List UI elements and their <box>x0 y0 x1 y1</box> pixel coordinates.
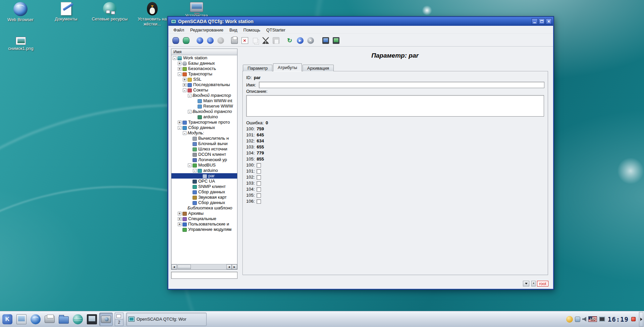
tree-item-opc-ua[interactable]: OPC UA <box>171 179 237 184</box>
tree-item-snmp[interactable]: SNMP клиент <box>171 184 237 189</box>
tree-filter-input[interactable] <box>171 272 237 279</box>
desktop-icon-documents[interactable]: Документы <box>47 2 85 21</box>
add-item-button[interactable] <box>230 36 239 45</box>
network-icon[interactable] <box>575 317 580 322</box>
tree-item-transports[interactable]: -Транспорты <box>171 71 237 77</box>
tree-item-gateway[interactable]: Шлюз источни <box>171 146 237 152</box>
tree-item-archives[interactable]: +Архивы <box>171 211 237 216</box>
status-combo-dropdown[interactable] <box>523 281 529 286</box>
tree-horizontal-scrollbar[interactable]: ◀ ◀ ▶ <box>171 264 237 269</box>
up-button[interactable] <box>195 36 204 45</box>
tree-item-block-calc[interactable]: Блочный вычи <box>171 141 237 146</box>
refresh-button[interactable] <box>285 36 294 45</box>
tree-item-daq[interactable]: -Сбор данных <box>171 125 237 130</box>
expand-toggle[interactable]: - <box>193 169 197 173</box>
scroll-right-icon[interactable]: ▶ <box>232 264 237 269</box>
web-browser-launcher[interactable] <box>29 313 42 326</box>
tree-item-par-selected[interactable]: par <box>171 173 237 179</box>
tree-item-serial[interactable]: +Последовательны <box>171 82 237 87</box>
tree-item-dcon[interactable]: DCON клиент <box>171 152 237 157</box>
tree-item-specials[interactable]: +Специальные <box>171 216 237 221</box>
attribute-checkbox[interactable] <box>257 163 261 168</box>
tree-item-output-transports[interactable]: -Выходной транспо <box>171 109 237 114</box>
expand-toggle[interactable]: + <box>183 78 186 81</box>
show-desktop-button[interactable] <box>15 313 28 326</box>
menu-help[interactable]: Помощь <box>240 26 263 34</box>
tree-item-ssl[interactable]: +SSL <box>171 77 237 82</box>
tree-item-module-group[interactable]: -Модуль: <box>171 130 237 136</box>
menu-edit[interactable]: Редактирование <box>187 26 226 34</box>
description-textarea[interactable] <box>246 95 544 117</box>
tree-item-sound-card[interactable]: Звуковая карт <box>171 195 237 200</box>
scrollbar-thumb[interactable] <box>177 265 191 269</box>
attribute-checkbox[interactable] <box>257 193 261 198</box>
vision-launch-button[interactable] <box>331 36 340 45</box>
attribute-checkbox[interactable] <box>257 175 261 180</box>
tree-item-daq-gateway-2[interactable]: Сбор данных <box>171 200 237 205</box>
expand-toggle[interactable]: - <box>178 72 181 76</box>
current-user-badge[interactable]: root <box>537 281 548 286</box>
expand-toggle[interactable]: - <box>183 88 186 92</box>
attribute-checkbox[interactable] <box>257 169 261 174</box>
tree-item-user-interfaces[interactable]: +Пользовательские и <box>171 221 237 227</box>
tree-item-input-transports[interactable]: -Входной транспор <box>171 93 237 98</box>
scroll-left-icon[interactable]: ◀ <box>171 264 177 269</box>
menu-view[interactable]: Вид <box>226 26 240 34</box>
network-launcher[interactable] <box>71 313 85 326</box>
tree-item-protocols[interactable]: +Транспортные прото <box>171 120 237 125</box>
alert-icon[interactable] <box>631 317 636 321</box>
menu-qtstarter[interactable]: QTStarter <box>263 26 288 34</box>
cut-item-button[interactable] <box>261 36 270 45</box>
taskbar-window-button[interactable]: OpenSCADA QTCfg: Wor <box>126 313 207 326</box>
tree-item-arduino-controller[interactable]: -arduino <box>171 168 237 173</box>
tab-attributes[interactable]: Атрибуты <box>273 63 302 71</box>
expand-toggle[interactable]: - <box>188 110 192 114</box>
qtcfg-launch-button[interactable] <box>321 36 330 45</box>
scroll-left-icon[interactable]: ◀ <box>226 264 232 269</box>
tree-item-reserve-www[interactable]: Reserve WWW <box>171 104 237 109</box>
volume-icon[interactable] <box>582 317 586 322</box>
desktop-icon-snapshot-file[interactable]: снимок1.png <box>2 37 40 51</box>
expand-toggle[interactable]: + <box>183 83 186 87</box>
expand-toggle[interactable]: - <box>178 126 181 130</box>
attribute-checkbox[interactable] <box>257 187 261 192</box>
tree-item-arduino-transport[interactable]: arduino <box>171 114 237 120</box>
start-updating-button[interactable] <box>296 36 305 45</box>
tree-item-modbus[interactable]: -ModBUS <box>171 162 237 168</box>
minimize-button[interactable] <box>532 18 538 24</box>
load-from-db-button[interactable] <box>171 36 180 45</box>
close-button[interactable]: × <box>546 18 552 24</box>
tree-item-main-www[interactable]: Main WWW-int <box>171 98 237 104</box>
file-manager-launcher[interactable] <box>57 313 70 326</box>
name-input[interactable] <box>259 82 544 88</box>
save-to-db-button[interactable] <box>181 36 191 45</box>
tree-item-security[interactable]: +Безопасность <box>171 66 237 71</box>
tree-item-sockets[interactable]: -Сокеты <box>171 87 237 93</box>
desktop-pager[interactable]: 2 <box>115 313 123 326</box>
tree-item-databases[interactable]: +Базы данных <box>171 61 237 66</box>
pager-desktop-number[interactable]: 2 <box>115 319 123 326</box>
kmenu-button[interactable] <box>1 313 14 326</box>
tree-item-logic-level[interactable]: Логический ур <box>171 157 237 162</box>
tree-item-work-station[interactable]: -Work station <box>171 55 237 61</box>
previous-button[interactable] <box>206 36 215 45</box>
stop-updating-button[interactable] <box>306 36 315 45</box>
tab-parameter[interactable]: Параметр <box>243 65 272 71</box>
expand-toggle[interactable]: + <box>178 62 181 65</box>
desktop-icon-network-resources[interactable]: Сетевые ресурсы <box>91 2 128 21</box>
expand-toggle[interactable]: + <box>178 67 181 71</box>
tree-item-module-sched[interactable]: Управление модулям <box>171 227 237 232</box>
attribute-checkbox[interactable] <box>257 181 261 186</box>
delete-item-button[interactable] <box>240 36 249 45</box>
klipper-icon[interactable] <box>566 316 573 323</box>
expand-toggle[interactable]: + <box>178 212 181 215</box>
attribute-checkbox[interactable] <box>257 199 261 204</box>
tree-item-calculator[interactable]: Вычислитель н <box>171 136 237 141</box>
expand-toggle[interactable]: + <box>178 217 181 221</box>
expand-toggle[interactable]: - <box>188 164 192 167</box>
taskbar-clock[interactable]: 16:19 <box>608 316 629 323</box>
tree-item-template-library[interactable]: Библиотека шаблоно <box>171 205 237 211</box>
printer-launcher[interactable] <box>43 313 56 326</box>
terminal-launcher[interactable] <box>85 313 99 326</box>
keyboard-layout-indicator[interactable]: US <box>588 316 597 322</box>
